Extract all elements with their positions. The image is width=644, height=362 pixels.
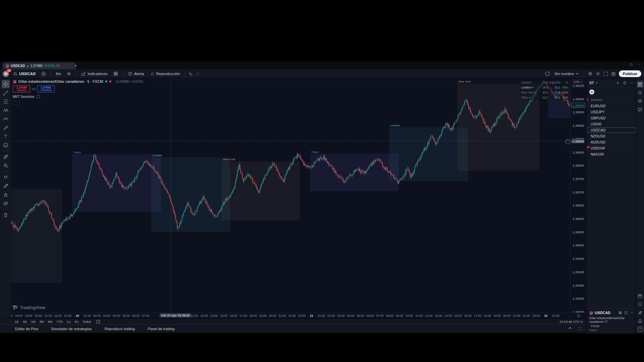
watchlist-panel-button[interactable] bbox=[637, 81, 644, 88]
indicator-settings-icon[interactable] bbox=[36, 95, 40, 99]
edit-icon[interactable] bbox=[624, 311, 628, 314]
redo-icon[interactable] bbox=[195, 72, 200, 76]
price-axis[interactable]: CAD 1,391001,390501,390001,389501,389001… bbox=[570, 78, 587, 313]
emoji-tool[interactable] bbox=[2, 141, 10, 149]
watchlist-item-nas100[interactable]: NAS100 bbox=[587, 151, 636, 157]
alerts-panel-button[interactable] bbox=[637, 89, 644, 96]
compare-add-button[interactable] bbox=[40, 71, 48, 77]
zoom-in-tool[interactable] bbox=[2, 162, 10, 170]
text-tool[interactable] bbox=[2, 132, 10, 140]
go-to-date-icon[interactable] bbox=[96, 319, 100, 324]
time-tick: 16:00 bbox=[230, 314, 237, 317]
watchlist-item-audusd[interactable]: AUDUSD bbox=[587, 139, 636, 145]
watchlist-item-usdjpy[interactable]: USDJPY bbox=[587, 109, 636, 115]
watchlist-item-usdchf[interactable]: USDCHF bbox=[587, 145, 636, 151]
sell-button[interactable]: 1,37499 VENDER bbox=[13, 85, 30, 93]
browser-tab[interactable]: USDCAD ▲ 1,37489 +0.01% / 5 bbox=[3, 62, 76, 69]
notifications-bell-icon[interactable] bbox=[637, 317, 644, 324]
replay-button[interactable]: Reproducción bbox=[148, 71, 182, 77]
range-5d[interactable]: 5D bbox=[21, 319, 29, 324]
crosshair-tool[interactable] bbox=[2, 80, 10, 88]
interval-button[interactable]: 5m bbox=[54, 71, 63, 76]
add-symbol-icon[interactable] bbox=[616, 81, 620, 85]
market-status-dot bbox=[105, 80, 107, 82]
range-1d[interactable]: 1D bbox=[13, 319, 21, 324]
watchlist-title[interactable]: ST bbox=[589, 81, 594, 85]
legend-title[interactable]: Dólar estadounidense/Dólar canadiense · … bbox=[18, 79, 103, 83]
settings-gear-icon[interactable] bbox=[596, 71, 600, 76]
range-6m[interactable]: 6M bbox=[46, 319, 54, 324]
tradingview-logo[interactable]: TradingView bbox=[13, 305, 45, 310]
time-axis-settings[interactable] bbox=[570, 313, 587, 319]
chart-style-button[interactable] bbox=[65, 71, 73, 77]
tab-panel-de-trading[interactable]: Panel de trading bbox=[148, 327, 174, 331]
watchlist-item-usdcad[interactable]: USDCAD bbox=[587, 127, 636, 133]
ruler-tool[interactable] bbox=[2, 153, 10, 161]
prediction-pattern-tool[interactable] bbox=[2, 115, 10, 123]
hide-all-tool[interactable] bbox=[2, 199, 10, 207]
time-axis[interactable]: 17:0018:0019:0020:0021:0022:0023:002001:… bbox=[11, 313, 570, 319]
time-tick: 03:00 bbox=[103, 314, 111, 317]
grid-view-icon[interactable] bbox=[619, 311, 622, 314]
quick-search-icon[interactable] bbox=[588, 71, 593, 76]
panel-maximize-icon[interactable] bbox=[578, 327, 582, 330]
crosshair-add-alert-button[interactable]: + bbox=[565, 139, 570, 144]
buy-button[interactable]: 1,37501 COMPRAR bbox=[37, 85, 55, 93]
brush-tool[interactable] bbox=[2, 124, 10, 132]
bottom-panel-tabs: Editor de PineSimulador de estrategiasRe… bbox=[0, 324, 586, 333]
tab-editor-de-pine[interactable]: Editor de Pine bbox=[15, 327, 38, 331]
layout-icon[interactable] bbox=[545, 71, 550, 76]
watchlist-section-badge[interactable]: S bbox=[589, 89, 594, 95]
more-options-icon[interactable] bbox=[630, 81, 633, 85]
chart-area[interactable]: Dólar estadounidense/Dólar canadiense · … bbox=[11, 78, 570, 313]
watchlist-item-gbpusd[interactable]: GBPUSD bbox=[587, 115, 636, 121]
indicator-label[interactable]: MKT Sessions bbox=[13, 95, 34, 99]
range-1a[interactable]: 1A bbox=[65, 319, 73, 324]
chat-panel-button[interactable] bbox=[637, 106, 644, 113]
fullscreen-icon[interactable] bbox=[603, 71, 608, 76]
magnet-tool[interactable] bbox=[2, 173, 10, 181]
indicators-button[interactable]: Indicadores bbox=[79, 71, 109, 77]
range-5a[interactable]: 5A bbox=[73, 319, 81, 324]
symbol-search-button[interactable]: USDCAD bbox=[11, 71, 37, 77]
symbol-column-header[interactable]: Símbolo bbox=[591, 98, 602, 102]
tab-simulador-de-estrategias[interactable]: Simulador de estrategias bbox=[51, 327, 92, 331]
layout-name-button[interactable]: Sin nombre bbox=[553, 71, 580, 76]
sector-icon[interactable] bbox=[623, 81, 627, 85]
lock-all-tool[interactable] bbox=[2, 191, 10, 199]
range-todos[interactable]: Todos bbox=[80, 319, 93, 324]
snapshot-camera-icon[interactable] bbox=[611, 72, 616, 76]
object-tree-button[interactable] bbox=[637, 98, 644, 105]
fib-retracement-tool[interactable] bbox=[2, 98, 10, 106]
clock-timezone[interactable]: 13:23:49 UTC+1 bbox=[559, 320, 583, 323]
more-options-icon[interactable] bbox=[630, 311, 633, 314]
xabcd-pattern-tool[interactable] bbox=[2, 106, 10, 114]
help-icon[interactable]: ? bbox=[637, 326, 644, 333]
remove-all-tool[interactable] bbox=[2, 211, 10, 219]
range-3m[interactable]: 3M bbox=[38, 319, 46, 324]
range-ytd[interactable]: YTD bbox=[54, 319, 65, 324]
indicator-templates-button[interactable] bbox=[112, 71, 120, 77]
watchlist-item-eurusd[interactable]: EURUSD bbox=[587, 103, 636, 109]
apps-grid-icon[interactable] bbox=[637, 301, 644, 308]
new-tab-button[interactable]: + bbox=[74, 63, 77, 68]
connection-signal-icon[interactable] bbox=[637, 309, 644, 316]
legend-collapse-button[interactable]: ⌃ bbox=[13, 101, 19, 105]
trendline-tool[interactable] bbox=[2, 89, 10, 97]
external-link-icon[interactable] bbox=[605, 320, 607, 323]
range-1m[interactable]: 1M bbox=[29, 319, 37, 324]
toolbar-divider bbox=[2, 171, 9, 172]
undo-icon[interactable] bbox=[188, 72, 193, 76]
symbol-name[interactable]: USDCAD bbox=[595, 311, 610, 315]
window-restore-icon[interactable]: ⊡ bbox=[630, 63, 633, 66]
calendar-panel-button[interactable] bbox=[637, 292, 644, 299]
window-more-icon[interactable]: ⋯ bbox=[637, 63, 641, 66]
publish-button[interactable]: Publicar bbox=[619, 70, 641, 77]
panel-expand-icon[interactable] bbox=[568, 327, 572, 329]
watchlist-item-us500[interactable]: US500 bbox=[587, 121, 636, 127]
tab-reproducir-trading[interactable]: Reproducir trading bbox=[105, 327, 135, 331]
drawing-edit-tool[interactable] bbox=[2, 182, 10, 190]
alert-button[interactable]: Alerta bbox=[126, 71, 146, 77]
user-avatar[interactable]: M 11 bbox=[3, 71, 9, 77]
watchlist-item-nzdusd[interactable]: NZDUSD bbox=[587, 133, 636, 139]
